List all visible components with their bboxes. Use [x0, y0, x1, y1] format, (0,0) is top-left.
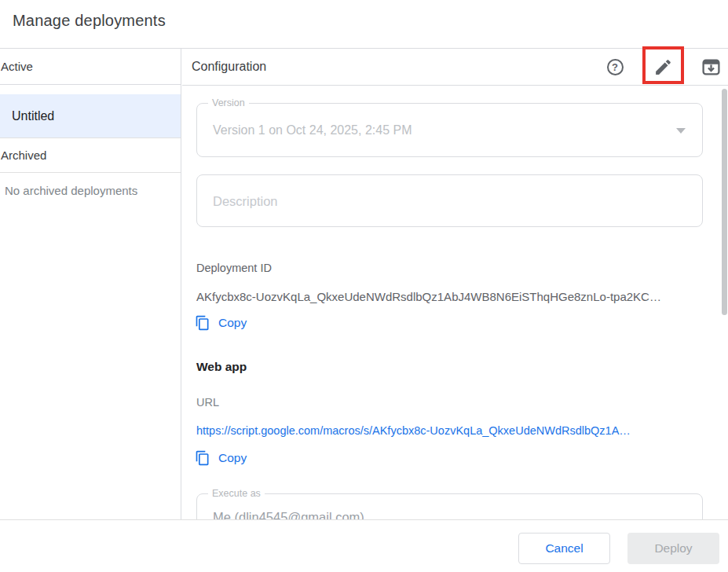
description-input[interactable]: Description — [196, 174, 703, 227]
edit-pencil-icon — [653, 57, 673, 77]
execute-as-field-value: Me (dlin4545@gmail.com) — [213, 510, 364, 519]
configuration-scroll-area: Version Version 1 on Oct 24, 2025, 2:45 … — [182, 86, 722, 519]
configuration-panel: Configuration ? — [182, 49, 728, 519]
help-icon: ? — [607, 59, 624, 75]
copy-url-button[interactable]: Copy — [195, 450, 247, 466]
version-select[interactable]: Version Version 1 on Oct 24, 2025, 2:45 … — [196, 103, 703, 157]
web-app-section-header: Web app — [196, 360, 247, 374]
copy-label: Copy — [218, 316, 247, 330]
dialog-footer: Cancel Deploy — [0, 519, 728, 572]
active-section-header: Active — [0, 49, 181, 85]
archive-deployment-button[interactable] — [701, 57, 721, 77]
help-button[interactable]: ? — [605, 57, 625, 77]
archived-empty-text: No archived deployments — [0, 173, 181, 197]
deploy-button[interactable]: Deploy — [627, 533, 719, 564]
deployment-name: Untitled — [12, 109, 54, 123]
copy-deployment-id-button[interactable]: Copy — [195, 315, 247, 331]
url-label: URL — [196, 396, 219, 409]
chevron-down-icon — [676, 128, 686, 134]
copy-label: Copy — [218, 451, 247, 465]
edit-deployment-button[interactable] — [653, 57, 673, 77]
dialog-title: Manage deployments — [13, 12, 166, 30]
cancel-button[interactable]: Cancel — [518, 533, 610, 564]
scrollbar-thumb[interactable] — [722, 89, 727, 315]
deployment-id-label: Deployment ID — [196, 262, 272, 274]
archive-icon — [701, 57, 721, 77]
deployment-id-value: AKfycbx8c-UozvKqLa_QkxeUdeNWdRsdlbQz1AbJ… — [196, 290, 707, 303]
execute-as-select[interactable]: Execute as Me (dlin4545@gmail.com) — [196, 493, 703, 519]
version-field-label: Version — [208, 97, 249, 108]
configuration-toolbar: ? — [605, 57, 721, 77]
description-placeholder: Description — [213, 193, 278, 208]
archived-section-header: Archived — [0, 138, 181, 173]
configuration-header: Configuration ? — [182, 49, 728, 86]
deployments-sidebar: Active Untitled Archived No archived dep… — [0, 49, 181, 519]
web-app-url-link[interactable]: https://script.google.com/macros/s/AKfyc… — [196, 424, 707, 437]
deployment-list-item-untitled[interactable]: Untitled — [0, 94, 181, 138]
copy-icon — [195, 315, 210, 331]
manage-deployments-dialog: Manage deployments Active Untitled Archi… — [0, 0, 728, 572]
copy-icon — [195, 450, 210, 466]
configuration-title: Configuration — [192, 60, 266, 74]
execute-as-field-label: Execute as — [208, 488, 265, 499]
version-field-value: Version 1 on Oct 24, 2025, 2:45 PM — [213, 123, 412, 138]
